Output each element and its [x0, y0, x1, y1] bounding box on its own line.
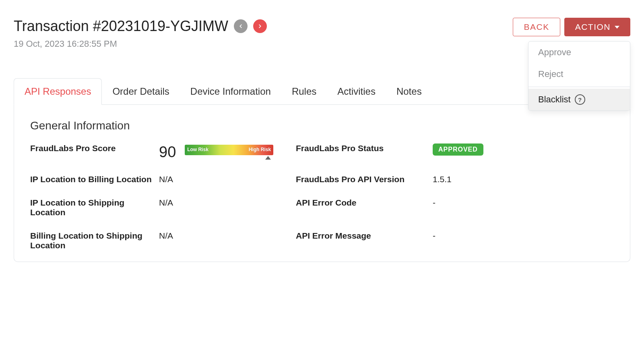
- action-dropdown: Approve Reject Blacklist ?: [528, 41, 630, 111]
- risk-bar: Low Risk High Risk: [185, 145, 273, 155]
- action-button[interactable]: ACTION: [564, 18, 630, 36]
- tab-order-details[interactable]: Order Details: [102, 79, 180, 104]
- label-api-error-code: API Error Code: [296, 198, 433, 208]
- value-api-error-code: -: [433, 198, 614, 208]
- value-ip-to-shipping: N/A: [159, 198, 296, 208]
- next-transaction-button[interactable]: [253, 19, 267, 33]
- label-fraud-status: FraudLabs Pro Status: [296, 143, 433, 153]
- risk-bar-high-label: High Risk: [249, 147, 271, 152]
- title-block: Transaction #20231019-YGJIMW 19 Oct, 202…: [14, 18, 267, 49]
- title-line: Transaction #20231019-YGJIMW: [14, 18, 267, 35]
- page-root: Transaction #20231019-YGJIMW 19 Oct, 202…: [0, 0, 644, 341]
- page-title: Transaction #20231019-YGJIMW: [14, 18, 228, 35]
- value-ip-to-billing: N/A: [159, 175, 296, 184]
- label-fraud-score: FraudLabs Pro Score: [30, 143, 159, 153]
- label-ip-to-billing: IP Location to Billing Location: [30, 175, 159, 184]
- value-fraud-score: 90 Low Risk High Risk: [159, 143, 296, 161]
- tab-notes[interactable]: Notes: [386, 79, 432, 104]
- header-row: Transaction #20231019-YGJIMW 19 Oct, 202…: [14, 18, 630, 49]
- panel-general-information: General Information FraudLabs Pro Score …: [14, 105, 630, 262]
- risk-marker-icon: [265, 156, 271, 160]
- tab-api-responses[interactable]: API Responses: [14, 78, 102, 105]
- action-button-label: ACTION: [575, 22, 611, 32]
- label-api-error-message: API Error Message: [296, 231, 433, 241]
- dropdown-item-blacklist-label: Blacklist: [538, 94, 571, 105]
- fraud-score-number: 90: [159, 143, 176, 161]
- dropdown-item-blacklist[interactable]: Blacklist ?: [528, 89, 630, 110]
- dropdown-divider: [528, 87, 630, 87]
- tab-device-information[interactable]: Device Information: [180, 79, 281, 104]
- label-api-version: FraudLabs Pro API Version: [296, 175, 433, 184]
- risk-bar-low-label: Low Risk: [187, 147, 208, 152]
- value-api-version: 1.5.1: [433, 175, 614, 184]
- tab-rules[interactable]: Rules: [281, 79, 327, 104]
- dropdown-item-approve[interactable]: Approve: [528, 42, 630, 63]
- section-title: General Information: [30, 119, 614, 132]
- label-ip-to-shipping: IP Location to Shipping Location: [30, 198, 159, 217]
- dropdown-item-reject[interactable]: Reject: [528, 63, 630, 85]
- value-billing-to-shipping: N/A: [159, 231, 296, 241]
- back-button[interactable]: BACK: [513, 18, 560, 36]
- label-billing-to-shipping: Billing Location to Shipping Location: [30, 231, 159, 250]
- status-badge: APPROVED: [433, 143, 483, 156]
- prev-transaction-button[interactable]: [234, 19, 248, 33]
- chevron-left-icon: [238, 23, 244, 29]
- chevron-right-icon: [257, 23, 263, 29]
- caret-down-icon: [615, 26, 619, 29]
- value-api-error-message: -: [433, 231, 614, 241]
- tab-activities[interactable]: Activities: [327, 79, 386, 104]
- value-fraud-status: APPROVED: [433, 143, 614, 156]
- top-buttons: BACK ACTION Approve Reject Blacklist ?: [513, 18, 630, 36]
- help-icon[interactable]: ?: [575, 94, 585, 105]
- transaction-timestamp: 19 Oct, 2023 16:28:55 PM: [14, 39, 267, 49]
- info-grid: FraudLabs Pro Score 90 Low Risk High Ris…: [30, 143, 614, 250]
- risk-bar-wrap: Low Risk High Risk: [185, 145, 273, 160]
